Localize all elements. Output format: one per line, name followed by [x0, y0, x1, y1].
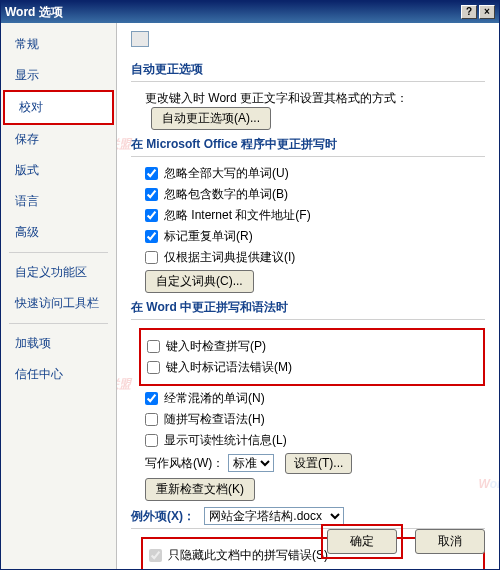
help-icon[interactable]: ? [461, 5, 477, 19]
label-ignore-numbers: 忽略包含数字的单词(B) [164, 186, 288, 203]
sidebar-item-addins[interactable]: 加载项 [1, 328, 116, 359]
checkbox-show-stats[interactable] [145, 434, 158, 447]
label-ignore-upper: 忽略全部大写的单词(U) [164, 165, 289, 182]
label-flag-repeat: 标记重复单词(R) [164, 228, 253, 245]
sidebar-item-general[interactable]: 常规 [1, 29, 116, 60]
label-hide-spelling: 只隐藏此文档中的拼写错误(S) [168, 547, 328, 564]
section-word-correct: 在 Word 中更正拼写和语法时 [131, 299, 485, 320]
cancel-button[interactable]: 取消 [415, 529, 485, 554]
checkbox-ignore-upper[interactable] [145, 167, 158, 180]
checkbox-check-spelling[interactable] [147, 340, 160, 353]
main-area: 常规 显示 校对 保存 版式 语言 高级 自定义功能区 快速访问工具栏 加载项 … [1, 23, 499, 569]
recheck-doc-button[interactable]: 重新检查文档(K) [145, 478, 255, 501]
writing-style-label: 写作风格(W)： [145, 456, 224, 470]
label-ignore-internet: 忽略 Internet 和文件地址(F) [164, 207, 311, 224]
label-mark-grammar: 键入时标记语法错误(M) [166, 359, 292, 376]
checkbox-ignore-internet[interactable] [145, 209, 158, 222]
sidebar-item-save[interactable]: 保存 [1, 124, 116, 155]
label-main-dict: 仅根据主词典提供建议(I) [164, 249, 295, 266]
section-autocorrect: 自动更正选项 [131, 61, 485, 82]
sidebar-item-proofing[interactable]: 校对 [3, 90, 114, 125]
checkbox-flag-repeat[interactable] [145, 230, 158, 243]
exceptions-label: 例外项(X)： [131, 509, 195, 523]
autocorrect-line: 更改键入时 Word 更正文字和设置其格式的方式： 自动更正选项(A)... [145, 90, 485, 130]
label-hide-grammar: 只隐藏此文档中的语法错误(D) [168, 568, 329, 569]
checkbox-mark-grammar[interactable] [147, 361, 160, 374]
autocorrect-options-button[interactable]: 自动更正选项(A)... [151, 107, 271, 130]
highlight-ok: 确定 [321, 524, 403, 559]
exceptions-select[interactable]: 网站金字塔结构.docx [204, 507, 344, 525]
content-pane: Word联盟 Word联盟 Word 自动更正选项 更改键入时 Word 更正文… [117, 23, 499, 569]
checkbox-confused-words[interactable] [145, 392, 158, 405]
label-confused-words: 经常混淆的单词(N) [164, 390, 265, 407]
sidebar-item-trust-center[interactable]: 信任中心 [1, 359, 116, 390]
sidebar-item-layout[interactable]: 版式 [1, 155, 116, 186]
label-grammar-spell: 随拼写检查语法(H) [164, 411, 265, 428]
label-show-stats: 显示可读性统计信息(L) [164, 432, 287, 449]
checkbox-ignore-numbers[interactable] [145, 188, 158, 201]
custom-dict-button[interactable]: 自定义词典(C)... [145, 270, 254, 293]
sidebar-item-quick-access[interactable]: 快速访问工具栏 [1, 288, 116, 319]
writing-style-select[interactable]: 标准 [228, 454, 274, 472]
sidebar-item-customize-ribbon[interactable]: 自定义功能区 [1, 257, 116, 288]
sidebar-item-language[interactable]: 语言 [1, 186, 116, 217]
checkbox-hide-spelling[interactable] [149, 549, 162, 562]
dialog-buttons: 确定 取消 [321, 524, 485, 559]
ok-button[interactable]: 确定 [327, 529, 397, 554]
sidebar-separator [9, 252, 108, 253]
section-selector-icon[interactable] [131, 31, 149, 47]
window-title: Word 选项 [5, 4, 459, 21]
highlight-spellcheck-options: 键入时检查拼写(P) 键入时标记语法错误(M) [139, 328, 485, 386]
sidebar: 常规 显示 校对 保存 版式 语言 高级 自定义功能区 快速访问工具栏 加载项 … [1, 23, 117, 569]
sidebar-item-advanced[interactable]: 高级 [1, 217, 116, 248]
checkbox-main-dict[interactable] [145, 251, 158, 264]
autocorrect-text: 更改键入时 Word 更正文字和设置其格式的方式： [145, 91, 408, 105]
checkbox-grammar-spell[interactable] [145, 413, 158, 426]
label-check-spelling: 键入时检查拼写(P) [166, 338, 266, 355]
title-bar: Word 选项 ? × [1, 1, 499, 23]
sidebar-separator [9, 323, 108, 324]
close-icon[interactable]: × [479, 5, 495, 19]
sidebar-item-display[interactable]: 显示 [1, 60, 116, 91]
settings-button[interactable]: 设置(T)... [285, 453, 352, 474]
section-ms-office: 在 Microsoft Office 程序中更正拼写时 [131, 136, 485, 157]
